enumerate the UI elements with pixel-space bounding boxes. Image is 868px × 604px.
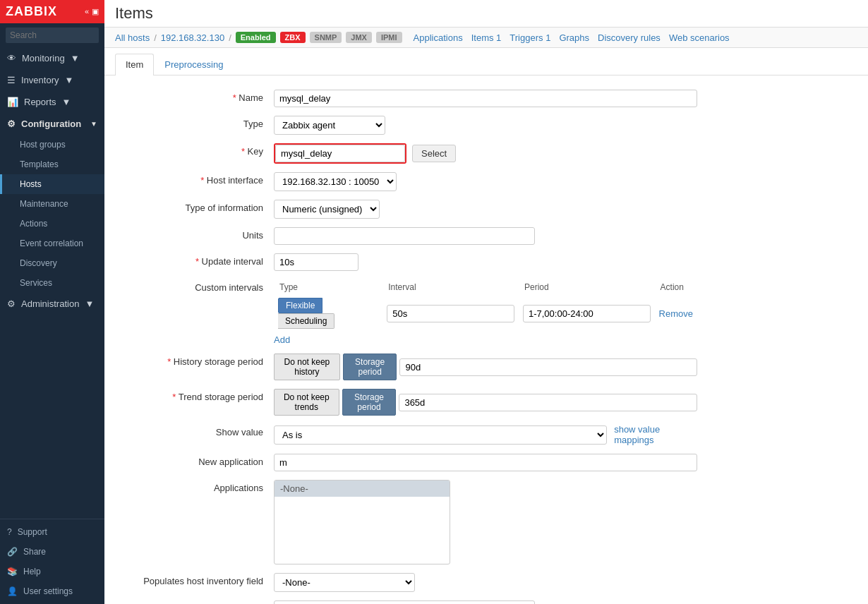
col-interval-header: Interval xyxy=(382,279,519,295)
trend-control: Do not keep trends Storage period xyxy=(274,389,697,416)
page-title: Items xyxy=(115,4,153,23)
sidebar-item-user-settings[interactable]: 👤 User settings xyxy=(0,581,104,601)
badge-snmp[interactable]: SNMP xyxy=(310,32,342,43)
name-input[interactable] xyxy=(274,90,697,107)
badge-jmx[interactable]: JMX xyxy=(346,32,372,43)
sidebar-item-discovery[interactable]: Discovery xyxy=(0,253,104,273)
nav-tab-graphs[interactable]: Graphs xyxy=(559,32,589,43)
populates-select[interactable]: -None- xyxy=(274,573,415,592)
sidebar-section-configuration: ⚙ Configuration ▼ Host groups Templates … xyxy=(0,113,104,293)
trend-no-keep-btn[interactable]: Do not keep trends xyxy=(274,389,339,416)
sidebar-item-maintenance[interactable]: Maintenance xyxy=(0,194,104,214)
search-input[interactable] xyxy=(6,28,99,43)
nav-tab-web-scenarios[interactable]: Web scenarios xyxy=(669,32,730,43)
form-row-type: Type Zabbix agent Zabbix agent (active) … xyxy=(133,116,854,135)
host-nav-tabs: Applications Items 1 Triggers 1 Graphs D… xyxy=(414,32,730,43)
sidebar-item-reports[interactable]: 📊 Reports ▼ xyxy=(0,91,104,113)
units-input[interactable] xyxy=(274,227,535,245)
trend-value-input[interactable] xyxy=(399,394,697,411)
history-no-keep-btn[interactable]: Do not keep history xyxy=(274,354,340,380)
history-value-input[interactable] xyxy=(399,358,697,376)
host-interface-control: 192.168.32.130 : 10050 xyxy=(274,172,697,191)
custom-intervals-table: Type Interval Period Action FlexibleSche… xyxy=(274,279,697,332)
interval-input[interactable] xyxy=(387,305,514,322)
tab-item[interactable]: Item xyxy=(115,54,154,76)
history-label: History storage period xyxy=(133,354,274,367)
name-label: Name xyxy=(133,90,274,103)
form-row-trend: Trend storage period Do not keep trends … xyxy=(133,389,854,416)
add-interval-link[interactable]: Add xyxy=(274,334,290,345)
history-storage-period-btn[interactable]: Storage period xyxy=(343,354,397,380)
btn-flexible[interactable]: Flexible xyxy=(278,298,323,313)
nav-tab-applications[interactable]: Applications xyxy=(414,32,463,43)
trend-label: Trend storage period xyxy=(133,389,274,402)
applications-list[interactable]: -None- xyxy=(274,480,450,564)
new-application-input[interactable] xyxy=(274,454,697,471)
key-control: Select xyxy=(274,143,697,164)
show-value-mappings-link[interactable]: show value mappings xyxy=(614,424,697,445)
badge-zbx[interactable]: ZBX xyxy=(280,32,306,43)
sidebar-item-help[interactable]: 📚 Help xyxy=(0,562,104,581)
expand-icon[interactable]: ▣ xyxy=(92,7,99,16)
list-item[interactable]: -None- xyxy=(275,481,450,497)
key-label: Key xyxy=(133,143,274,157)
select-button[interactable]: Select xyxy=(412,145,456,162)
show-value-label: Show value xyxy=(133,424,274,437)
type-select[interactable]: Zabbix agent Zabbix agent (active) Simpl… xyxy=(274,116,385,135)
hosts-label: Hosts xyxy=(20,179,42,189)
gear-icon: ⚙ xyxy=(7,119,16,129)
sidebar-item-host-groups[interactable]: Host groups xyxy=(0,135,104,155)
applications-label: Applications xyxy=(133,480,274,493)
actions-label: Actions xyxy=(20,219,47,229)
nav-tab-discovery-rules[interactable]: Discovery rules xyxy=(598,32,661,43)
description-control xyxy=(274,600,697,604)
history-control: Do not keep history Storage period xyxy=(274,354,697,380)
form-row-show-value: Show value As is show value mappings xyxy=(133,424,854,445)
tab-preprocessing[interactable]: Preprocessing xyxy=(154,54,234,75)
form-area: Name Type Zabbix agent Zabbix agent (act… xyxy=(104,76,868,604)
zabbix-logo[interactable]: ZABBIX xyxy=(6,4,57,19)
type-info-select[interactable]: Numeric (unsigned) Numeric (float) Chara… xyxy=(274,200,380,219)
sidebar-bottom: ? Support 🔗 Share 📚 Help 👤 User settings xyxy=(0,519,104,604)
sidebar-item-monitoring[interactable]: 👁 Monitoring ▼ xyxy=(0,47,104,69)
eye-icon: 👁 xyxy=(7,53,16,64)
form-row-update-interval: Update interval xyxy=(133,253,854,271)
sidebar-item-share[interactable]: 🔗 Share xyxy=(0,542,104,562)
sidebar-item-services[interactable]: Services xyxy=(0,273,104,293)
interval-type-cell: FlexibleScheduling xyxy=(274,295,382,332)
key-input[interactable] xyxy=(275,145,405,162)
update-interval-input[interactable] xyxy=(274,253,358,271)
event-correlation-label: Event correlation xyxy=(20,238,83,248)
breadcrumb-bar: All hosts / 192.168.32.130 / Enabled ZBX… xyxy=(104,28,868,48)
host-interface-select[interactable]: 192.168.32.130 : 10050 xyxy=(274,172,397,191)
period-input[interactable] xyxy=(523,305,651,322)
sidebar-header: ZABBIX « ▣ xyxy=(0,0,104,23)
question-icon: ? xyxy=(7,527,12,537)
period-value-cell xyxy=(519,295,655,332)
collapse-icon[interactable]: « xyxy=(85,7,89,16)
col-action-header: Action xyxy=(655,279,697,295)
form-row-description: Description xyxy=(133,600,854,604)
breadcrumb-all-hosts[interactable]: All hosts xyxy=(115,32,150,43)
show-value-control: As is show value mappings xyxy=(274,424,697,445)
sidebar-item-templates[interactable]: Templates xyxy=(0,155,104,174)
sidebar-item-hosts[interactable]: Hosts xyxy=(0,174,104,194)
show-value-select[interactable]: As is xyxy=(274,425,607,445)
sidebar-item-configuration[interactable]: ⚙ Configuration ▼ xyxy=(0,113,104,135)
badge-ipmi[interactable]: IPMI xyxy=(376,32,402,43)
form-row-populates: Populates host inventory field -None- xyxy=(133,573,854,592)
btn-scheduling[interactable]: Scheduling xyxy=(278,313,334,329)
remove-link[interactable]: Remove xyxy=(659,308,693,319)
nav-tab-triggers[interactable]: Triggers 1 xyxy=(510,32,550,43)
sidebar-item-inventory[interactable]: ☰ Inventory ▼ xyxy=(0,69,104,91)
sidebar-item-administration[interactable]: ⚙ Administration ▼ xyxy=(0,293,104,315)
form-row-custom-intervals: Custom intervals Type Interval Period Ac… xyxy=(133,279,854,345)
main-content: Items All hosts / 192.168.32.130 / Enabl… xyxy=(104,0,868,604)
sidebar-item-actions[interactable]: Actions xyxy=(0,214,104,234)
breadcrumb-host-ip[interactable]: 192.168.32.130 xyxy=(161,32,224,43)
trend-storage-period-btn[interactable]: Storage period xyxy=(342,389,397,416)
nav-tab-items[interactable]: Items 1 xyxy=(471,32,502,43)
description-textarea[interactable] xyxy=(274,600,535,604)
sidebar-item-event-correlation[interactable]: Event correlation xyxy=(0,234,104,253)
sidebar-item-support[interactable]: ? Support xyxy=(0,522,104,542)
